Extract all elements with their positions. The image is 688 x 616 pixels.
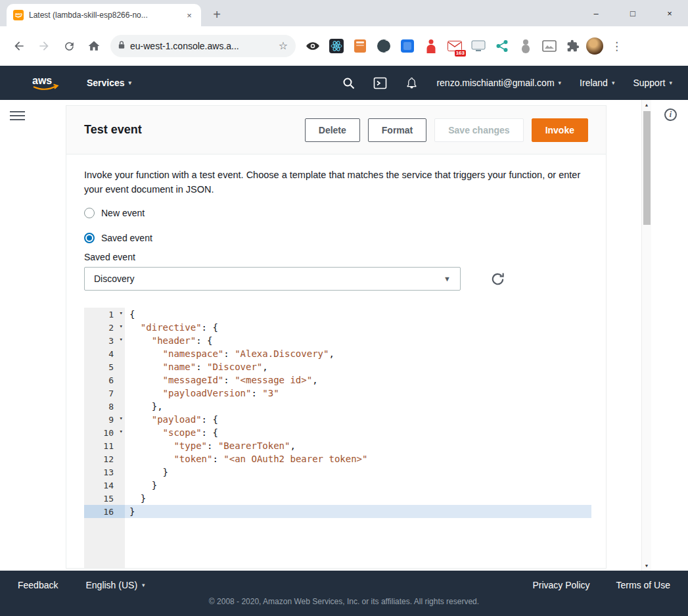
browser-menu-icon[interactable]: ⋮ <box>611 39 622 53</box>
orange-notebook-extension-icon[interactable] <box>352 38 368 55</box>
chevron-down-icon: ▾ <box>559 80 562 86</box>
search-icon[interactable] <box>342 77 355 89</box>
reload-icon[interactable] <box>58 35 80 57</box>
window-maximize-icon[interactable]: □ <box>614 0 651 26</box>
editor-line-number[interactable]: 10▾ <box>84 426 125 439</box>
code-line[interactable]: { <box>125 308 591 321</box>
saved-event-field-label: Saved event <box>84 252 588 262</box>
code-line[interactable]: "directive": { <box>125 321 591 334</box>
address-bar[interactable]: eu-west-1.console.aws.a... ☆ <box>110 35 296 57</box>
editor-code-area[interactable]: { "directive": { "header": { "namespace"… <box>125 308 591 569</box>
new-tab-button[interactable]: + <box>208 5 226 24</box>
code-line[interactable]: } <box>125 479 591 492</box>
page-title: Test event <box>84 123 305 137</box>
hamburger-menu-icon[interactable] <box>10 108 25 123</box>
editor-line-number[interactable]: 9▾ <box>84 413 125 426</box>
screenshot-frame-extension-icon[interactable] <box>541 38 557 55</box>
code-line[interactable]: } <box>125 492 591 505</box>
editor-line-number[interactable]: 2▾ <box>84 321 125 334</box>
vertical-scrollbar[interactable]: ▲ ▼ <box>641 100 651 571</box>
radio-new-event-label[interactable]: New event <box>101 208 145 218</box>
code-line[interactable]: "payloadVersion": "3" <box>125 387 591 400</box>
browser-tab[interactable]: aws Latest (lambda-skill-esp8266-no... × <box>7 4 201 26</box>
code-line[interactable]: }, <box>125 400 591 413</box>
editor-line-number[interactable]: 8 <box>84 400 125 413</box>
editor-line-number[interactable]: 14 <box>84 479 125 492</box>
editor-line-number[interactable]: 3▾ <box>84 334 125 347</box>
account-menu[interactable]: renzo.mischianti@gmail.com ▾ <box>436 78 561 88</box>
editor-line-number[interactable]: 4 <box>84 347 125 360</box>
aws-logo[interactable]: aws <box>30 74 60 92</box>
saved-event-select[interactable]: Discovery ▼ <box>84 267 461 291</box>
invoke-button[interactable]: Invoke <box>532 118 588 142</box>
code-line[interactable]: "name": "Discover", <box>125 360 591 373</box>
code-fold-icon[interactable]: ▾ <box>120 310 123 316</box>
support-menu[interactable]: Support ▾ <box>633 78 672 88</box>
language-menu[interactable]: English (US) ▾ <box>85 580 145 590</box>
privacy-policy-link[interactable]: Privacy Policy <box>532 580 589 590</box>
radio-saved-event-control[interactable] <box>84 233 95 243</box>
code-line[interactable]: "type": "BearerToken", <box>125 439 591 452</box>
share-nodes-extension-icon[interactable] <box>493 38 510 55</box>
red-person-extension-icon[interactable] <box>423 38 439 55</box>
doll-extension-icon[interactable] <box>517 38 534 55</box>
dark-mode-moon-icon[interactable] <box>375 38 392 55</box>
info-icon[interactable]: i <box>664 108 677 121</box>
code-line[interactable]: "payload": { <box>125 413 591 426</box>
code-fold-icon[interactable]: ▾ <box>120 337 123 343</box>
notifications-bell-icon[interactable] <box>405 76 418 89</box>
window-minimize-icon[interactable]: – <box>578 0 614 26</box>
bookmark-star-icon[interactable]: ☆ <box>279 41 288 51</box>
code-line[interactable]: "token": "<an OAuth2 bearer token>" <box>125 452 591 465</box>
eye-extension-icon[interactable] <box>304 38 321 55</box>
refresh-button[interactable] <box>490 271 505 287</box>
feedback-link[interactable]: Feedback <box>18 580 58 590</box>
code-fold-icon[interactable]: ▾ <box>120 429 123 435</box>
back-icon[interactable] <box>8 35 30 57</box>
radio-saved-event-label[interactable]: Saved event <box>101 233 152 243</box>
browser-toolbar: eu-west-1.console.aws.a... ☆ 163 <box>0 26 688 66</box>
react-devtools-icon[interactable] <box>328 38 344 55</box>
cloudshell-icon[interactable] <box>373 76 387 90</box>
code-line[interactable]: "namespace": "Alexa.Discovery", <box>125 347 591 360</box>
scrollbar-thumb[interactable] <box>643 111 651 225</box>
region-menu[interactable]: Ireland ▾ <box>580 78 614 88</box>
editor-line-number[interactable]: 15 <box>84 492 125 505</box>
window-close-icon[interactable]: × <box>651 0 688 26</box>
blue-square-extension-icon[interactable] <box>399 38 415 55</box>
scroll-down-icon[interactable]: ▼ <box>642 561 651 571</box>
editor-line-number[interactable]: 16 <box>84 505 125 518</box>
profile-avatar[interactable] <box>586 37 603 55</box>
radio-row-new-event[interactable]: New event <box>84 204 588 222</box>
code-editor[interactable]: 1▾2▾3▾456789▾10▾111213141516 { "directiv… <box>84 308 591 569</box>
editor-line-number[interactable]: 1▾ <box>84 308 125 321</box>
editor-line-number[interactable]: 13 <box>84 465 125 479</box>
delete-button[interactable]: Delete <box>305 118 360 142</box>
services-menu[interactable]: Services ▾ <box>87 78 131 88</box>
editor-line-number[interactable]: 12 <box>84 452 125 465</box>
save-changes-button[interactable]: Save changes <box>434 118 523 142</box>
radio-row-saved-event[interactable]: Saved event <box>84 229 588 247</box>
code-line[interactable]: "header": { <box>125 334 591 347</box>
tab-close-icon[interactable]: × <box>184 10 195 20</box>
home-icon[interactable] <box>83 35 105 57</box>
code-fold-icon[interactable]: ▾ <box>120 415 123 421</box>
radio-new-event-control[interactable] <box>84 208 95 218</box>
editor-line-number[interactable]: 11 <box>84 439 125 452</box>
code-line[interactable]: } <box>125 505 591 518</box>
description-text: Invoke your function with a test event. … <box>84 168 587 197</box>
extensions-puzzle-icon[interactable] <box>564 38 581 55</box>
mail-163-extension-icon[interactable]: 163 <box>446 38 463 55</box>
terms-of-use-link[interactable]: Terms of Use <box>616 580 670 590</box>
code-line[interactable]: "scope": { <box>125 426 591 439</box>
editor-line-number[interactable]: 6 <box>84 373 125 387</box>
screen-extension-icon[interactable] <box>470 38 486 55</box>
editor-line-number[interactable]: 5 <box>84 360 125 373</box>
code-fold-icon[interactable]: ▾ <box>120 323 123 329</box>
code-line[interactable]: "messageId": "<message id>", <box>125 373 591 387</box>
editor-line-number[interactable]: 7 <box>84 387 125 400</box>
scroll-up-icon[interactable]: ▲ <box>642 100 651 110</box>
code-line[interactable]: } <box>125 465 591 479</box>
format-button[interactable]: Format <box>368 118 426 142</box>
forward-icon[interactable] <box>33 35 55 57</box>
